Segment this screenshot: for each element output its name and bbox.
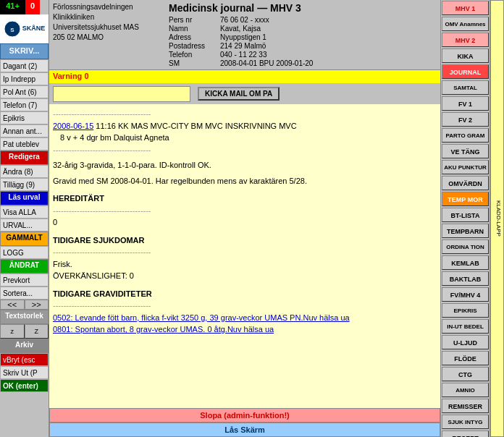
counter-left: 41+	[0, 0, 25, 14]
warning-input[interactable]	[53, 86, 190, 102]
telefon-button[interactable]: Telefon (7)	[0, 98, 49, 111]
ctg-button[interactable]: CTG	[442, 367, 489, 381]
fv-mhv4-button[interactable]: FV/MHV 4	[442, 287, 489, 302]
telefon-value: 040 - 11 22 33	[220, 51, 437, 59]
journal-button[interactable]: JOURNAL	[442, 64, 489, 79]
andra-button[interactable]: Ändra (8)	[0, 165, 49, 178]
las-skarm-row: Lås Skärm	[49, 423, 440, 437]
partogram-button[interactable]: PARTO GRAM	[442, 128, 489, 143]
patient-header: Medicinsk journal — MHV 3 Pers nr 76 06 …	[165, 2, 437, 67]
temp-mor-button[interactable]: TEMP MOR	[442, 192, 489, 206]
next-button[interactable]: >>	[25, 300, 49, 310]
svg-text:S: S	[10, 27, 14, 33]
clinic-line4: 205 02 MALMO	[53, 33, 165, 43]
recept-button[interactable]: RECEPT	[442, 430, 489, 437]
textstorlek-label: Textstorlek	[0, 310, 49, 324]
ip-indrepp-button[interactable]: Ip Indrepp (5)	[0, 72, 49, 85]
mhv2-button[interactable]: MHV 2	[442, 33, 489, 47]
urval-button[interactable]: URVAL...	[0, 218, 49, 232]
entry1-sub: 8 v + 4 dgr bm Dalquist Agneta	[53, 132, 437, 144]
patient-info-grid: Pers nr 76 06 02 - xxxx Namn Kavat, Kajs…	[169, 16, 437, 67]
bottom-buttons: Slopa (admin-funktion!)	[49, 408, 440, 423]
andrat-button[interactable]: ÄNDRAT	[0, 259, 49, 273]
flode-button[interactable]: FLÖDE	[442, 351, 489, 365]
aku-punktur-button[interactable]: AKU PUNKTUR	[442, 160, 489, 174]
grav2: 0801: Spontan abort, 8 grav-veckor UMAS.…	[53, 323, 437, 336]
prev-button[interactable]: <<	[0, 300, 25, 310]
kika-button[interactable]: KIKA	[442, 48, 489, 63]
separator3: -------------------------------------	[53, 205, 437, 217]
separator1: -------------------------------------	[53, 108, 437, 120]
sm-label: SM	[169, 59, 219, 67]
dagant-button[interactable]: Dagant (2)	[0, 59, 49, 72]
pat-uteblev-button[interactable]: Pat uteblev	[0, 137, 49, 150]
adress-label: Adress	[169, 33, 219, 41]
adress-value: Nyuppstigen 1	[220, 33, 437, 41]
mhv1-button[interactable]: MHV 1	[442, 1, 489, 15]
omv-anamnes-button[interactable]: OMV Anamnes	[442, 17, 489, 31]
in-ut-bedel-button[interactable]: IN-UT BEDEL	[442, 319, 489, 334]
input-row: KICKA MAIL OM PA	[49, 83, 440, 104]
clinic-line1: Förlossningsavdelningen	[53, 2, 165, 12]
arkiv-button[interactable]: Arkiv	[0, 339, 49, 353]
z-large-button[interactable]: Z	[25, 324, 49, 339]
ok-button[interactable]: OK (enter)	[0, 379, 49, 392]
epikris-button[interactable]: Epikris	[0, 111, 49, 124]
pers-nr-label: Pers nr	[169, 16, 219, 24]
entry1-date-link[interactable]: 2008-06-15	[53, 122, 93, 130]
separator2: -------------------------------------	[53, 144, 437, 156]
redigera-button[interactable]: Redigera	[0, 150, 49, 165]
kladd-lapp-sidebar: KLADD-LAPP	[490, 0, 504, 437]
center-area: Förlossningsavdelningen Klinikkliniken U…	[49, 0, 440, 437]
clinic-line3: Universitetssjukhuset MAS	[53, 22, 165, 33]
fv2-button[interactable]: FV 2	[442, 112, 489, 127]
sm-value: 2008-04-01 BPU 2009-01-20	[220, 59, 437, 67]
annan-ant-button[interactable]: Annan ant...	[0, 124, 49, 137]
z-small-button[interactable]: z	[0, 324, 25, 339]
fv1-button[interactable]: FV 1	[442, 96, 489, 111]
tidigare-sjukdomar-label: TIDIGARE SJUKDOMAR	[53, 234, 437, 247]
textstorlek-row: z Z	[0, 324, 49, 339]
scroll-buttons: << >>	[0, 300, 49, 310]
journal-title: Medicinsk journal — MHV 3	[169, 2, 437, 14]
bt-lista-button[interactable]: BT-LISTA	[442, 208, 489, 222]
kemlab-button[interactable]: KEMLAB	[442, 255, 489, 270]
separator5: -------------------------------------	[53, 300, 437, 312]
frisk-value: Frisk.	[53, 258, 437, 271]
amnio-centes-button[interactable]: AMNIO CENTES	[442, 383, 489, 397]
omvardn-button[interactable]: OMVÄRDN	[442, 176, 489, 190]
las-urval-button[interactable]: Läs urval	[0, 191, 49, 205]
namn-value: Kavat, Kajsa	[220, 25, 437, 33]
vbryt-button[interactable]: vBryt (esc	[0, 353, 49, 366]
u-ljud-button[interactable]: U-LJUD	[442, 335, 489, 349]
pol-ant-button[interactable]: Pol Ant (6)	[0, 85, 49, 98]
text1: 32-årig 3-gravida, 1-1-0-para. ID-kontro…	[53, 159, 437, 171]
namn-label: Namn	[169, 25, 219, 33]
tillagg-button[interactable]: Tillägg (9)	[0, 178, 49, 191]
header: Förlossningsavdelningen Klinikkliniken U…	[49, 0, 440, 70]
samtal-forlforb-button[interactable]: SAMTAL FörlForb	[442, 80, 489, 95]
logo-area: S SKÅNE	[0, 14, 49, 43]
kladd-lapp-button[interactable]: KLADD-LAPP	[490, 0, 504, 437]
slopa-button[interactable]: Slopa (admin-funktion!)	[49, 408, 440, 423]
sjuk-intyg-button[interactable]: SJUK INTYG	[442, 415, 489, 429]
remisser-button[interactable]: REMISSER	[442, 399, 489, 413]
prevkort-button[interactable]: Prevkort	[0, 273, 49, 287]
epikris-oversikt-button[interactable]: EPIKRIS ÖVERSIKT	[442, 303, 489, 318]
visa-alla-button[interactable]: Visa ALLA (Ä...	[0, 205, 49, 218]
baktlab-button[interactable]: BAKTLAB	[442, 271, 489, 286]
skriv-button[interactable]: SKRIV...	[0, 43, 49, 59]
hereditart-label: HEREDITÄRT	[53, 192, 437, 205]
ordination-button[interactable]: ORDINA TION	[442, 239, 489, 254]
logg-button[interactable]: LOGG	[0, 246, 49, 259]
entry1-info: KK MAS MVC-CITY BM MVC INSKRIVNING MVC	[118, 122, 297, 130]
okans-label: ÖVERKÄNSLIGHET: 0	[53, 270, 437, 282]
las-skarm-button[interactable]: Lås Skärm	[49, 423, 440, 437]
gammalt-button[interactable]: GAMMALT	[0, 232, 49, 246]
skriv-ut-button[interactable]: Skriv Ut (P	[0, 366, 49, 379]
ve-tang-button[interactable]: VE TÄNG	[442, 144, 489, 158]
tempbarn-button[interactable]: TEMPBARN	[442, 224, 489, 238]
skane-logo-text: SKÅNE	[22, 25, 46, 33]
sortera-button[interactable]: Sortera...	[0, 287, 49, 300]
kicka-mail-button[interactable]: KICKA MAIL OM PA	[198, 87, 280, 101]
